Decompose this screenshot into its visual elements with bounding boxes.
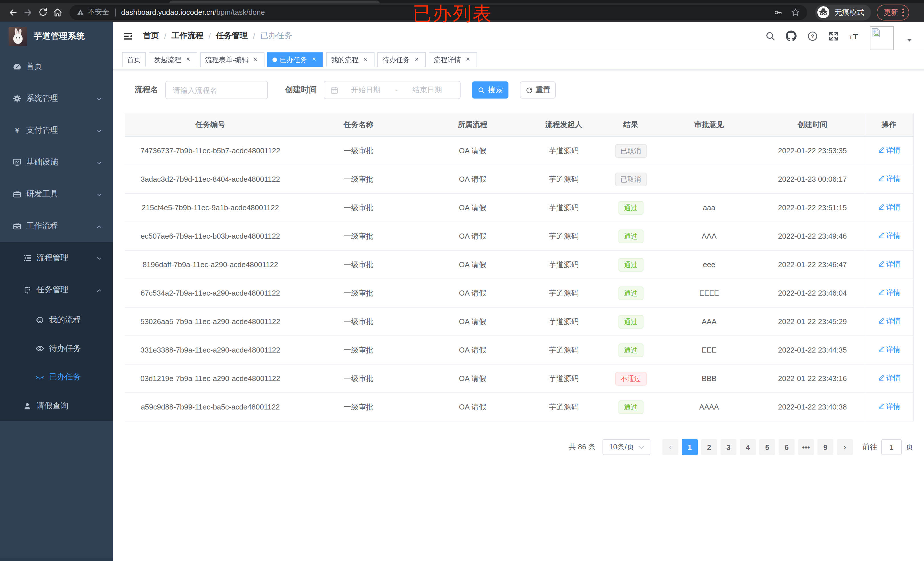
tab-我的流程[interactable]: 我的流程× [326, 52, 375, 67]
sidebar-item-我的流程[interactable]: 我的流程 [0, 306, 113, 334]
sidebar-item-流程管理[interactable]: 流程管理 [0, 242, 113, 274]
tab-流程表单-编辑[interactable]: 流程表单-编辑× [200, 52, 264, 67]
detail-link[interactable]: 详情 [878, 203, 900, 212]
detail-link[interactable]: 详情 [878, 402, 900, 412]
bookmark-star-icon[interactable] [790, 7, 800, 17]
page-button-9[interactable]: 9 [818, 439, 833, 455]
close-icon[interactable]: × [362, 56, 369, 64]
sidebar-item-基础设施[interactable]: 基础设施 [0, 147, 113, 178]
sidebar-item-label: 流程管理 [36, 253, 68, 263]
avatar[interactable] [870, 26, 894, 50]
yen-icon: ¥ [12, 126, 22, 135]
sidebar-item-请假查询[interactable]: 请假查询 [0, 391, 113, 421]
cell-comment [658, 165, 760, 193]
sidebar-item-待办任务[interactable]: 待办任务 [0, 334, 113, 363]
sidebar-collapse-icon[interactable] [122, 30, 134, 42]
search-icon[interactable] [764, 30, 776, 42]
chevron-down-icon [96, 254, 103, 264]
detail-link[interactable]: 详情 [878, 288, 900, 298]
page-button-3[interactable]: 3 [720, 439, 736, 455]
sidebar-item-label: 已办任务 [49, 372, 81, 382]
page-size-select[interactable]: 10条/页 [603, 439, 650, 455]
detail-link[interactable]: 详情 [878, 231, 900, 241]
page-button-1[interactable]: 1 [682, 439, 698, 455]
date-range-picker[interactable]: 开始日期 - 结束日期 [324, 81, 460, 99]
page-button-6[interactable]: 6 [778, 439, 795, 455]
chevron-up-icon [96, 286, 103, 296]
detail-link[interactable]: 详情 [878, 374, 900, 383]
help-icon[interactable]: ? [807, 30, 818, 42]
page-button-4[interactable]: 4 [740, 439, 756, 455]
browser-home-button[interactable] [50, 5, 65, 19]
page-button-2[interactable]: 2 [701, 439, 717, 455]
sidebar-item-研发工具[interactable]: 研发工具 [0, 178, 113, 210]
browser-forward-button[interactable] [21, 5, 35, 19]
page-button-5[interactable]: 5 [759, 439, 775, 455]
url-path: /bpm/task/done [214, 8, 265, 16]
close-icon[interactable]: × [251, 56, 260, 64]
svg-text:¥: ¥ [15, 126, 19, 135]
sidebar-item-label: 任务管理 [36, 285, 68, 295]
cell-task-id: 53026aa5-7b9a-11ec-a290-acde48001122 [125, 307, 296, 336]
tab-流程详情[interactable]: 流程详情× [429, 52, 477, 67]
key-icon[interactable] [774, 8, 783, 17]
goto-page-input[interactable] [881, 439, 902, 455]
fullscreen-icon[interactable] [828, 30, 839, 42]
more-pages-button[interactable]: ••• [798, 439, 814, 455]
github-icon[interactable] [786, 30, 797, 42]
process-name-input[interactable] [165, 81, 268, 99]
sidebar-item-首页[interactable]: 首页 [0, 51, 113, 82]
detail-link[interactable]: 详情 [878, 146, 900, 156]
prev-page-button[interactable]: ‹ [662, 439, 678, 455]
tab-首页[interactable]: 首页 [122, 52, 146, 67]
sidebar-item-任务管理[interactable]: 任务管理 [0, 274, 113, 306]
close-icon[interactable]: × [413, 56, 421, 64]
browser-window: 不安全 dashboard.yudao.iocoder.cn/bpm/task/… [0, 0, 924, 561]
close-icon[interactable]: × [184, 56, 192, 64]
col-task-id: 任务编号 [125, 113, 296, 136]
incognito-label: 无痕模式 [834, 7, 864, 17]
end-date-placeholder: 结束日期 [400, 85, 454, 95]
chevron-down-icon [638, 445, 644, 449]
pencil-icon [878, 374, 884, 383]
cell-process: OA 请假 [421, 364, 524, 393]
breadcrumb-workflow[interactable]: 工作流程 [172, 31, 204, 41]
close-icon[interactable]: × [310, 56, 318, 64]
close-icon[interactable]: × [464, 56, 472, 64]
sidebar-item-系统管理[interactable]: 系统管理 [0, 82, 113, 114]
tab-已办任务[interactable]: 已办任务× [267, 52, 323, 67]
browser-back-button[interactable] [6, 5, 21, 19]
browser-reload-button[interactable] [35, 5, 50, 19]
breadcrumb-home[interactable]: 首页 [143, 31, 159, 41]
font-size-icon[interactable]: TT [849, 30, 860, 42]
sidebar-item-工作流程[interactable]: 工作流程 [0, 210, 113, 242]
reset-button[interactable]: 重置 [520, 81, 556, 99]
avatar-caret-icon[interactable] [903, 34, 915, 46]
breadcrumb-task-mgmt[interactable]: 任务管理 [216, 31, 248, 41]
app-logo-row[interactable]: 芋道管理系统 [0, 22, 113, 51]
detail-link[interactable]: 详情 [878, 260, 900, 269]
browser-menu-icon[interactable] [902, 8, 904, 16]
sidebar-item-label: 研发工具 [26, 189, 58, 199]
svg-text:T: T [849, 34, 852, 40]
cell-created: 2022-01-22 23:43:16 [760, 364, 865, 393]
search-button[interactable]: 搜索 [472, 81, 508, 99]
sidebar-item-支付管理[interactable]: ¥支付管理 [0, 114, 113, 147]
cell-comment: AAAA [658, 393, 760, 421]
detail-link[interactable]: 详情 [878, 345, 900, 355]
chevron-down-icon [96, 159, 103, 168]
cell-process: OA 请假 [421, 222, 524, 250]
next-page-button[interactable]: › [837, 439, 853, 455]
tab-发起流程[interactable]: 发起流程× [149, 52, 197, 67]
cell-task-name: 一级审批 [296, 250, 421, 279]
col-comment: 审批意见 [658, 113, 760, 136]
browser-update-button[interactable]: 更新 [877, 4, 909, 20]
user-icon [23, 401, 32, 411]
tab-待办任务[interactable]: 待办任务× [377, 52, 426, 67]
cell-result: 不通过 [604, 364, 658, 393]
cell-created: 2022-01-22 23:44:35 [760, 336, 865, 364]
browser-tab[interactable] [169, 1, 380, 3]
detail-link[interactable]: 详情 [878, 317, 900, 326]
sidebar-item-已办任务[interactable]: 已办任务 [0, 363, 113, 391]
detail-link[interactable]: 详情 [878, 174, 900, 184]
